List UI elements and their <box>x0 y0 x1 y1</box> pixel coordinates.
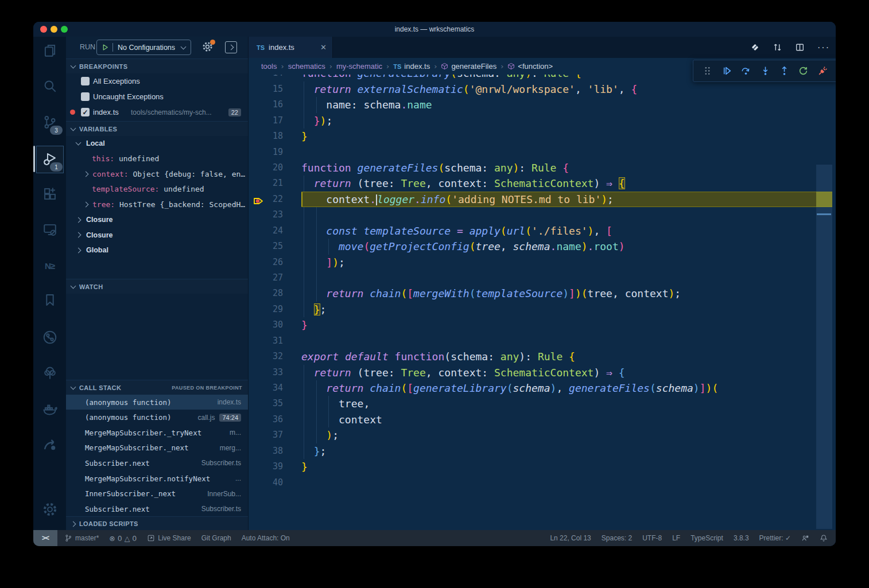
code-line[interactable]: 24 const templateSource = apply(url('./f… <box>249 223 836 239</box>
status-item-auto-attach-on[interactable]: Auto Attach: On <box>242 534 290 542</box>
checkbox[interactable]: ✓ <box>81 108 90 116</box>
line-number[interactable]: 33 <box>249 365 283 380</box>
sidebar-item-manage[interactable] <box>33 496 66 523</box>
sidebar-item-search[interactable] <box>33 72 66 100</box>
code-line[interactable]: 20function generateFiles(schema: any): R… <box>249 160 836 176</box>
code-line[interactable]: 29 }; <box>249 302 836 317</box>
open-changes-icon[interactable] <box>750 42 760 52</box>
code-line[interactable]: 37 ); <box>249 427 836 443</box>
code-line[interactable]: 16 name: schema.name <box>249 97 836 112</box>
more-actions-icon[interactable]: ··· <box>817 45 830 50</box>
minimize-window-button[interactable] <box>51 26 57 33</box>
status-item-ln-22-col-13[interactable]: Ln 22, Col 13 <box>550 534 591 542</box>
close-tab-icon[interactable]: ✕ <box>320 43 327 52</box>
sidebar-item-docker[interactable] <box>33 395 66 423</box>
status-item-spaces-2[interactable]: Spaces: 2 <box>602 534 632 542</box>
sidebar-item-extensions[interactable] <box>33 180 66 208</box>
checkbox[interactable] <box>81 77 90 85</box>
variable-row[interactable]: tree: HostTree {_backend: ScopedH… <box>66 197 248 212</box>
step-out-icon[interactable] <box>779 66 789 76</box>
code-line[interactable]: 18} <box>249 128 836 144</box>
breakpoint-row[interactable]: Uncaught Exceptions <box>66 89 248 104</box>
line-number[interactable]: 23 <box>249 207 283 223</box>
code-line[interactable]: 36 context <box>249 412 836 427</box>
close-window-button[interactable] <box>40 26 47 33</box>
call-stack-frame[interactable]: InnerSubscriber._nextInnerSub... <box>66 486 248 501</box>
status-item-feedback[interactable] <box>801 534 809 542</box>
sidebar-item-test-explorer[interactable] <box>33 359 66 387</box>
sidebar-item-explorer[interactable] <box>33 37 66 64</box>
call-stack-section-header[interactable]: CALL STACK PAUSED ON BREAKPOINT <box>66 380 248 395</box>
line-number[interactable]: 36 <box>249 412 283 427</box>
line-number[interactable]: 14 <box>249 75 283 81</box>
code-line[interactable]: 39} <box>249 459 836 474</box>
line-number[interactable]: 31 <box>249 333 283 349</box>
line-number[interactable]: 30 <box>249 317 283 333</box>
line-number[interactable]: 16 <box>249 97 283 112</box>
line-number[interactable]: 37 <box>249 427 283 443</box>
breadcrumb-item-generateFiles[interactable]: generateFiles <box>441 62 496 71</box>
status-item-bell[interactable] <box>820 534 828 542</box>
call-stack-frame[interactable]: MergeMapSubscriber._nextmerg... <box>66 441 248 455</box>
step-over-icon[interactable] <box>741 66 751 76</box>
line-number[interactable]: 21 <box>249 176 283 191</box>
sidebar-item-git-graph[interactable] <box>33 324 66 351</box>
status-item-3-8-3[interactable]: 3.8.3 <box>734 534 749 542</box>
code-line[interactable]: 15 return externalSchematic('@nrwl/works… <box>249 81 836 97</box>
line-number[interactable]: 20 <box>249 160 283 176</box>
status-item-utf-8[interactable]: UTF-8 <box>642 534 662 542</box>
code-line[interactable]: 32export default function(schema: any): … <box>249 349 836 364</box>
line-number[interactable]: 29 <box>249 302 283 317</box>
breakpoint-row[interactable]: ✓index.tstools/schematics/my-sch...22 <box>66 104 248 120</box>
code-line[interactable]: 35 tree, <box>249 396 836 411</box>
code-line[interactable]: 25 move(getProjectConfig(tree, schema.na… <box>249 239 836 254</box>
sidebar-item-nx-console[interactable]: N≥ <box>33 252 66 279</box>
line-number[interactable]: 26 <box>249 255 283 270</box>
code-line[interactable]: 40 <box>249 475 836 490</box>
line-number[interactable]: 34 <box>249 380 283 396</box>
line-number[interactable]: 18 <box>249 128 283 144</box>
configure-gear-button[interactable] <box>202 41 213 52</box>
line-number[interactable]: 32 <box>249 349 283 364</box>
line-number[interactable]: 27 <box>249 270 283 286</box>
variable-row[interactable]: context: Object {debug: false, en… <box>66 166 248 181</box>
remote-indicator[interactable]: >< <box>33 530 57 546</box>
code-line[interactable]: 34 return chain([generateLibrary(schema)… <box>249 380 836 396</box>
breadcrumb-item-indexts[interactable]: TSindex.ts <box>393 62 430 71</box>
call-stack-frame[interactable]: MergeMapSubscriber.notifyNext... <box>66 471 248 486</box>
code-line[interactable]: 21 return (tree: Tree, context: Schemati… <box>249 176 836 191</box>
status-item-lf[interactable]: LF <box>672 534 680 542</box>
line-number[interactable]: 40 <box>249 475 283 490</box>
sidebar-item-bookmarks[interactable] <box>33 286 66 314</box>
line-number[interactable]: 22 <box>249 192 283 207</box>
sidebar-item-gitlens[interactable] <box>33 431 66 458</box>
code-line[interactable]: 33 return (tree: Tree, context: Schemati… <box>249 365 836 380</box>
code-line[interactable]: 17 }); <box>249 113 836 128</box>
line-number[interactable]: 17 <box>249 113 283 128</box>
loaded-scripts-section-header[interactable]: LOADED SCRIPTS <box>66 516 248 531</box>
breadcrumb-item-myschematic[interactable]: my-schematic <box>336 62 382 71</box>
code-line[interactable]: 27 <box>249 270 836 286</box>
line-number[interactable]: 19 <box>249 145 283 160</box>
variables-section-header[interactable]: VARIABLES <box>66 121 248 136</box>
call-stack-frame[interactable]: Subscriber.nextSubscriber.ts <box>66 501 248 516</box>
zoom-window-button[interactable] <box>61 26 68 33</box>
code-line[interactable]: 28 return chain([mergeWith(templateSourc… <box>249 286 836 301</box>
disconnect-icon[interactable] <box>818 66 828 76</box>
line-number[interactable]: 38 <box>249 443 283 459</box>
line-number[interactable]: 25 <box>249 239 283 254</box>
variable-row[interactable]: templateSource: undefined <box>66 182 248 197</box>
open-debug-console-button[interactable] <box>225 41 237 53</box>
code-line[interactable]: 26 ]); <box>249 255 836 270</box>
breadcrumb-item-tools[interactable]: tools <box>261 62 277 71</box>
line-number[interactable]: 39 <box>249 459 283 474</box>
code-line[interactable]: 23 <box>249 207 836 223</box>
call-stack-frame[interactable]: Subscriber.nextSubscriber.ts <box>66 455 248 470</box>
code-line[interactable]: 19 <box>249 145 836 160</box>
code-line[interactable]: 22 context.logger.info('adding NOTES.md … <box>249 192 836 207</box>
call-stack-frame[interactable]: MergeMapSubscriber._tryNextm... <box>66 425 248 440</box>
line-number[interactable]: 28 <box>249 286 283 301</box>
line-number[interactable]: 15 <box>249 81 283 97</box>
status-item-master-[interactable]: master* <box>64 534 99 542</box>
checkbox[interactable] <box>81 92 90 101</box>
